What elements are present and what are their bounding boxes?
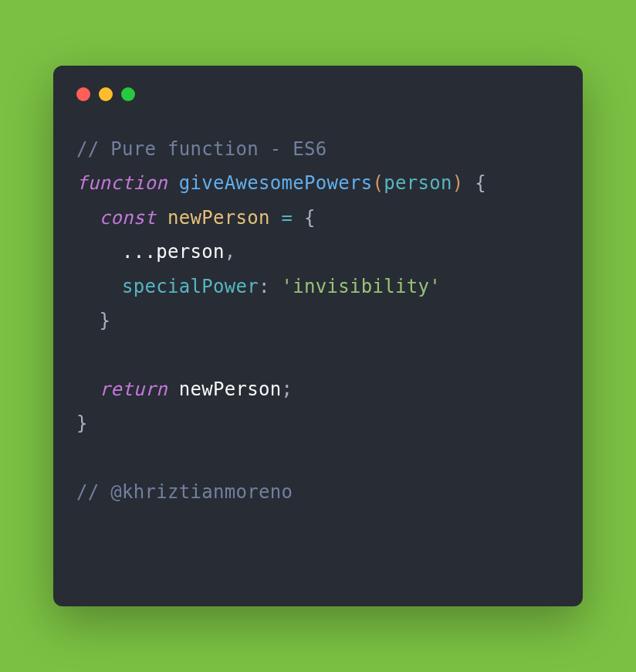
minimize-icon[interactable] (99, 87, 113, 101)
property-name: specialPower (76, 276, 259, 297)
code-editor: // Pure function - ES6 function giveAwes… (76, 132, 560, 509)
object-close: } (76, 310, 110, 331)
parameter: person (384, 172, 452, 194)
code-comment-author: // @khriztianmoreno (76, 481, 293, 503)
comma: , (225, 241, 236, 263)
semicolon: ; (282, 378, 293, 400)
spread-variable: person (156, 241, 225, 263)
object-open: { (304, 207, 316, 229)
code-window: // Pure function - ES6 function giveAwes… (53, 66, 583, 606)
paren-open: ( (373, 172, 384, 194)
string-value: 'invisibility' (282, 276, 441, 297)
paren-close: ) (452, 172, 464, 194)
maximize-icon[interactable] (121, 87, 135, 101)
code-comment: // Pure function - ES6 (76, 138, 326, 160)
brace-open: { (464, 172, 487, 194)
return-variable: newPerson (179, 378, 282, 400)
function-name: giveAwesomePowers (179, 172, 373, 194)
close-icon[interactable] (76, 87, 90, 101)
keyword-const: const (100, 207, 157, 229)
window-controls (76, 87, 560, 101)
variable-name: newPerson (167, 207, 270, 229)
function-close: } (76, 412, 88, 434)
keyword-function: function (76, 172, 167, 194)
keyword-return: return (100, 378, 168, 400)
spread-operator: ... (76, 241, 156, 263)
colon: : (259, 276, 282, 297)
operator-assign: = (270, 207, 304, 229)
